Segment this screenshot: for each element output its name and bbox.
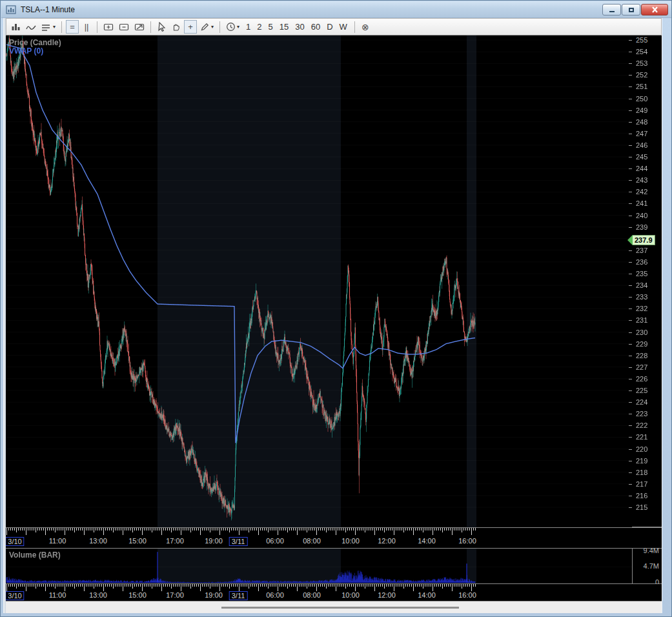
price-axis-label: 235 bbox=[636, 270, 647, 278]
price-axis-label: 221 bbox=[636, 433, 647, 441]
price-axis-tick bbox=[629, 134, 632, 134]
time-axis-lower[interactable]: 3/1011:0013:0015:0017:0019:003/1106:0008… bbox=[6, 584, 662, 601]
indicator-lines-button[interactable]: ▾ bbox=[39, 20, 57, 34]
pan-hand-icon bbox=[171, 22, 181, 32]
zoom-in-button[interactable] bbox=[101, 20, 116, 34]
price-axis-tick bbox=[629, 461, 632, 461]
time-axis-upper[interactable]: 3/1011:0013:0015:0017:0019:003/1106:0008… bbox=[6, 527, 662, 548]
price-axis-tick bbox=[629, 449, 632, 450]
price-axis-label: 240 bbox=[636, 212, 647, 219]
price-axis-tick bbox=[629, 145, 632, 146]
remove-button[interactable]: ⊗ bbox=[359, 20, 372, 34]
vwap-series-label: VWAP (0) bbox=[9, 46, 43, 56]
minimize-icon bbox=[609, 7, 615, 13]
time-axis-label: 13:00 bbox=[89, 537, 107, 545]
time-clock-button[interactable]: ▾ bbox=[224, 20, 241, 34]
price-axis-label: 253 bbox=[636, 59, 647, 67]
price-axis-label: 243 bbox=[636, 176, 647, 184]
price-axis-label: 219 bbox=[636, 457, 647, 465]
zoom-out-icon bbox=[119, 23, 129, 32]
scrollbar-thumb[interactable] bbox=[221, 607, 459, 609]
price-axis-tick bbox=[629, 344, 632, 345]
dropdown-arrow-icon: ▾ bbox=[53, 24, 56, 30]
price-axis-label: 255 bbox=[636, 36, 647, 44]
toolbar: ▾ = || + ▾ ▾ 125153060DW ⊗ bbox=[6, 18, 662, 35]
app-window: TSLA--1 Minute ▾ = || + ▾ ▾ 125153060DW … bbox=[0, 0, 672, 617]
time-axis-label: 16:00 bbox=[458, 591, 476, 599]
close-icon bbox=[651, 6, 658, 13]
timeframe-button-D[interactable]: D bbox=[323, 20, 336, 34]
price-pane: Price (Candle) VWAP (0) 237.9 2552542532… bbox=[6, 35, 662, 527]
minimize-button[interactable] bbox=[602, 4, 621, 15]
layout-split-vertical-button[interactable]: || bbox=[80, 20, 93, 34]
time-axis-label: 13:00 bbox=[89, 591, 107, 599]
price-axis[interactable]: 237.9 2552542532522512502492482472462452… bbox=[632, 35, 662, 527]
toolbar-separator bbox=[150, 21, 151, 33]
timeframe-buttons: 125153060DW bbox=[243, 20, 351, 34]
timeframe-button-1[interactable]: 1 bbox=[243, 20, 254, 34]
price-axis-label: 226 bbox=[636, 375, 647, 383]
price-axis-tick bbox=[629, 157, 632, 157]
price-axis-label: 245 bbox=[636, 153, 647, 161]
timeframe-button-5[interactable]: 5 bbox=[265, 20, 276, 34]
zoom-region-button[interactable] bbox=[132, 20, 147, 34]
price-axis-tick bbox=[629, 250, 632, 251]
time-axis-label: 19:00 bbox=[205, 537, 223, 545]
left-edge-strip bbox=[3, 18, 6, 613]
zoom-out-button[interactable] bbox=[117, 20, 131, 34]
volume-plot-area[interactable]: Volume (BAR) bbox=[6, 548, 633, 584]
price-axis-tick bbox=[629, 192, 632, 192]
volume-chart-canvas[interactable] bbox=[6, 549, 632, 583]
price-axis-tick bbox=[629, 402, 632, 403]
timeframe-button-W[interactable]: W bbox=[336, 20, 351, 34]
price-axis-label: 215 bbox=[636, 503, 647, 511]
timeframe-button-15[interactable]: 15 bbox=[276, 20, 292, 34]
pan-hand-button[interactable] bbox=[169, 20, 183, 34]
toolbar-separator bbox=[61, 21, 62, 33]
price-axis-label: 246 bbox=[636, 141, 647, 149]
price-plot-area[interactable]: Price (Candle) VWAP (0) bbox=[6, 35, 632, 527]
horizontal-scrollbar[interactable] bbox=[6, 601, 662, 613]
time-axis-label: 15:00 bbox=[128, 537, 147, 545]
layout-equal-icon: = bbox=[70, 22, 75, 32]
price-chart-canvas[interactable] bbox=[6, 35, 632, 527]
crosshair-button[interactable]: + bbox=[184, 20, 197, 34]
layout-split-icon: || bbox=[85, 22, 89, 32]
volume-pane: Volume (BAR) 9.4M4.7M0 bbox=[6, 548, 662, 584]
maximize-button[interactable] bbox=[622, 4, 640, 15]
time-axis-label: 10:00 bbox=[341, 537, 360, 545]
bar-chart-style-button[interactable] bbox=[9, 20, 23, 34]
price-axis-label: 228 bbox=[636, 352, 647, 359]
time-axis-label: 08:00 bbox=[303, 537, 321, 545]
price-axis-tick bbox=[629, 274, 632, 274]
titlebar[interactable]: TSLA--1 Minute bbox=[1, 1, 672, 18]
timeframe-button-2[interactable]: 2 bbox=[254, 20, 265, 34]
price-axis-tick bbox=[629, 52, 632, 52]
line-style-icon bbox=[26, 23, 36, 32]
price-axis-tick bbox=[629, 496, 632, 496]
price-axis-label: 250 bbox=[636, 95, 647, 103]
timeframe-button-30[interactable]: 30 bbox=[292, 20, 307, 34]
crosshair-icon: + bbox=[188, 22, 193, 32]
timeframe-button-60[interactable]: 60 bbox=[308, 20, 323, 34]
price-axis-label: 218 bbox=[636, 469, 647, 476]
price-axis-label: 244 bbox=[636, 165, 647, 172]
window-title: TSLA--1 Minute bbox=[21, 5, 75, 14]
time-axis-label: 10:00 bbox=[341, 591, 360, 599]
volume-axis-label: 9.4M bbox=[644, 547, 659, 554]
time-axis-label: 11:00 bbox=[49, 537, 66, 545]
price-axis-label: 241 bbox=[636, 199, 647, 207]
layout-equal-button[interactable]: = bbox=[66, 20, 79, 34]
price-axis-label: 234 bbox=[636, 281, 647, 289]
date-label: 3/11 bbox=[229, 591, 248, 600]
volume-axis-label: 4.7M bbox=[644, 562, 659, 570]
price-axis-tick bbox=[629, 320, 632, 321]
price-axis-tick bbox=[629, 414, 632, 414]
close-button[interactable] bbox=[641, 4, 668, 15]
cursor-button[interactable] bbox=[155, 20, 168, 34]
line-style-button[interactable] bbox=[24, 20, 38, 34]
draw-pencil-button[interactable]: ▾ bbox=[198, 20, 216, 34]
price-axis-tick bbox=[629, 180, 632, 181]
price-axis-tick bbox=[629, 484, 632, 485]
price-axis-tick bbox=[629, 285, 632, 286]
